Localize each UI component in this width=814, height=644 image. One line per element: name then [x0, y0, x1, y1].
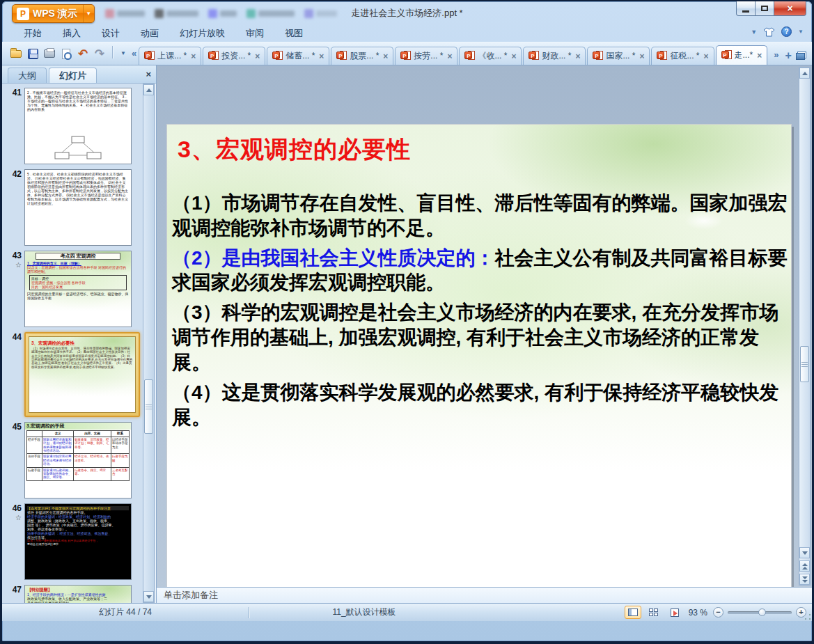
document-tab-1[interactable]: P投资... *×	[203, 47, 265, 65]
help-menu-arrow-icon[interactable]: ▼	[798, 29, 804, 35]
document-tab-3[interactable]: P股票... *×	[331, 47, 393, 65]
menu-item-0[interactable]: 开始	[13, 26, 52, 41]
slide-paragraph-4[interactable]: （4）这是贯彻落实科学发展观的必然要求, 有利于保持经济平稳较快发展。	[172, 380, 788, 430]
tab-close-icon[interactable]: ×	[511, 52, 516, 61]
document-tab-5[interactable]: P《收... *×	[459, 47, 522, 65]
slide-panel: 大纲 幻灯片 × 41 2．不能将市场经济的一般特征与社会主义市场经济的基本特征…	[2, 65, 157, 603]
print-button[interactable]	[42, 47, 56, 61]
scroll-down-button[interactable]	[799, 547, 810, 558]
slide-thumbnail-43[interactable]: 43 ☆ 考点四 宏观调控 1、宏观调控的含义、目标（理解） [1]含义：宏观调…	[2, 251, 156, 327]
thumbnail-page[interactable]: 2．不能将市场经济的一般特征与社会主义市场经济的基本特征混淆。比如，不能认为平等…	[24, 88, 132, 164]
zoom-slider[interactable]	[728, 611, 792, 614]
menu-item-5[interactable]: 审阅	[235, 26, 274, 41]
scroll-tabs-left-icon[interactable]: «	[131, 48, 139, 60]
quick-access-toolbar: ↶ ↷ ▼ «	[9, 43, 139, 64]
tab-close-icon[interactable]: ×	[383, 52, 388, 61]
document-tab-7[interactable]: P国家... *×	[587, 47, 650, 65]
tab-close-icon[interactable]: ×	[639, 52, 644, 61]
notes-placeholder: 单击添加备注	[164, 589, 218, 602]
change-skin-icon[interactable]	[763, 27, 775, 37]
tab-close-icon[interactable]: ×	[191, 52, 196, 61]
scroll-tabs-right-icon[interactable]: »	[773, 49, 781, 61]
document-tab-8[interactable]: P征税... *×	[651, 47, 714, 65]
tab-close-icon[interactable]: ×	[447, 52, 452, 61]
open-file-button[interactable]	[9, 47, 23, 61]
minimize-button[interactable]	[736, 1, 756, 16]
slide-counter: 幻灯片 44 / 74	[2, 606, 249, 618]
tab-close-icon[interactable]: ×	[757, 51, 762, 61]
tab-label: 《收... *	[478, 50, 507, 62]
panel-close-icon[interactable]: ×	[146, 69, 151, 79]
menu-item-2[interactable]: 设计	[91, 26, 130, 41]
menu-item-6[interactable]: 视图	[274, 26, 313, 41]
close-button[interactable]: ×	[774, 1, 806, 16]
scroll-up-button[interactable]	[799, 68, 810, 79]
document-tab-9[interactable]: P走...*×	[716, 45, 768, 65]
next-slide-button[interactable]	[799, 574, 810, 585]
tab-strip-controls: » +	[773, 49, 806, 61]
zoom-out-button[interactable]: −	[713, 607, 723, 618]
thumbnail-page[interactable]: 3.宏观调控的手段 含义 内容、实例 联系 经济手段 国家运用经济政策和计划，通…	[24, 422, 132, 498]
tab-close-icon[interactable]: ×	[704, 52, 709, 61]
slide-body-text[interactable]: （1）市场调节存在自发性、盲目性、滞后性等固有的弊端。国家加强宏观调控能弥补市场…	[172, 191, 788, 434]
document-tab-2[interactable]: P储蓄... *×	[267, 47, 329, 65]
print-preview-button[interactable]	[59, 47, 73, 61]
document-tab-6[interactable]: P财政... *×	[523, 47, 586, 65]
slide-number: 47	[2, 585, 24, 603]
thumbnail-page[interactable]: 5．社会主义经济、社会主义初级阶段的经济和社会主义市场经济。 ⑴社会主义经济即社…	[24, 169, 132, 246]
help-icon[interactable]: ?	[781, 26, 792, 37]
menu-item-3[interactable]: 动画	[130, 26, 169, 41]
thumbnail-scrollbar[interactable]	[143, 84, 155, 603]
toolbar-separator	[112, 46, 113, 58]
scroll-down-button[interactable]	[143, 591, 154, 602]
slide-paragraph-2[interactable]: （2）是由我国社会主义性质决定的：社会主义公有制及共同富裕目标要求国家必须发挥宏…	[172, 246, 788, 296]
save-button[interactable]	[26, 47, 40, 61]
current-slide[interactable]: 3、宏观调控的必要性 （1）市场调节存在自发性、盲目性、滞后性等固有的弊端。国家…	[166, 124, 792, 587]
menu-item-1[interactable]: 插入	[52, 26, 91, 41]
notes-pane[interactable]: 单击添加备注	[157, 587, 812, 603]
document-tab-0[interactable]: P上课... *×	[139, 47, 201, 65]
slide-thumbnail-47[interactable]: 47 【特别提醒】 1、经济手段的两种情况：一是扩张性或紧缩性的财 政政策与货币…	[2, 585, 156, 603]
slide-thumbnail-44-selected[interactable]: 44 3、宏观调控的必要性 （1）市场调节存在自发性、盲目性、滞后性等固有的弊端…	[2, 332, 156, 417]
slide-thumbnail-41[interactable]: 41 2．不能将市场经济的一般特征与社会主义市场经济的基本特征混淆。比如，不能认…	[2, 88, 156, 164]
thumbnail-page[interactable]: 【特别提醒】 1、经济手段的两种情况：一是扩张性或紧缩性的财 政政策与货币政策、…	[24, 585, 132, 603]
previous-slide-button[interactable]	[799, 560, 810, 572]
slide-thumbnail-42[interactable]: 42 5．社会主义经济、社会主义初级阶段的经济和社会主义市场经济。 ⑴社会主义经…	[2, 169, 156, 246]
slide-number: 43 ☆	[2, 251, 24, 327]
scroll-up-button[interactable]	[143, 84, 154, 95]
slide-thumbnail-46[interactable]: 46 ☆ 【高考警示钟】不能笼统区分宏观调控的各种手段注意 抓住 关键词区分宏观…	[2, 503, 156, 580]
normal-view-button[interactable]	[625, 606, 641, 619]
thumbnail-page[interactable]: 3、宏观调控的必要性 （1）市场调节存在自发性、盲目性、滞后性等固有的弊端。国家…	[29, 336, 136, 413]
slide-thumbnail-45[interactable]: 45 3.宏观调控的手段 含义 内容、实例 联系 经济手段 国家运用经济政策和计…	[2, 422, 156, 498]
tab-slides[interactable]: 幻灯片	[49, 68, 97, 83]
document-tab-4[interactable]: P按劳... *×	[395, 47, 457, 65]
scrollbar-thumb[interactable]	[800, 346, 809, 382]
slideshow-button[interactable]	[666, 606, 683, 619]
collapse-ribbon-icon[interactable]: ▼	[751, 29, 757, 36]
thumbnail-page[interactable]: 【高考警示钟】不能笼统区分宏观调控的各种手段注意 抓住 关键词区分宏观调控的各种…	[24, 503, 132, 580]
window-list-button[interactable]	[796, 52, 806, 60]
ppt-file-icon: P	[657, 51, 667, 61]
undo-button[interactable]: ↶	[76, 47, 90, 61]
tab-outline[interactable]: 大纲	[8, 68, 47, 83]
tab-close-icon[interactable]: ×	[575, 52, 580, 61]
slide-title-text[interactable]: 3、宏观调控的必要性	[178, 134, 411, 166]
scrollbar-thumb[interactable]	[144, 379, 153, 434]
tab-label: 按劳... *	[414, 50, 443, 62]
slide-paragraph-1[interactable]: （1）市场调节存在自发性、盲目性、滞后性等固有的弊端。国家加强宏观调控能弥补市场…	[172, 191, 788, 241]
resize-grip[interactable]	[804, 613, 811, 620]
slide-sorter-view-button[interactable]	[645, 606, 662, 619]
thumbnail-page[interactable]: 考点四 宏观调控 1、宏观调控的含义、目标（理解） [1]含义：宏观调控，指国家…	[24, 251, 132, 327]
slide-paragraph-3[interactable]: （3）科学的宏观调控是社会主义市场经济的内在要求, 在充分发挥市场调节作用的基础…	[172, 300, 788, 375]
toolbar-options-arrow-icon[interactable]: ▼	[118, 50, 128, 58]
editor-scrollbar[interactable]	[799, 67, 811, 586]
tab-close-icon[interactable]: ×	[319, 52, 324, 61]
maximize-button[interactable]	[756, 1, 774, 16]
redo-button[interactable]: ↷	[93, 47, 107, 61]
menu-item-4[interactable]: 幻灯片放映	[169, 26, 235, 41]
new-document-button[interactable]: +	[785, 52, 791, 60]
zoom-slider-thumb[interactable]	[758, 608, 766, 616]
wps-presentation-window: P WPS 演示 ▼ 走进社会主义市场经济.ppt * × 开始插入设计动画幻灯…	[2, 1, 812, 641]
tab-close-icon[interactable]: ×	[255, 52, 260, 61]
slide-canvas[interactable]: 3、宏观调控的必要性 （1）市场调节存在自发性、盲目性、滞后性等固有的弊端。国家…	[157, 65, 812, 587]
